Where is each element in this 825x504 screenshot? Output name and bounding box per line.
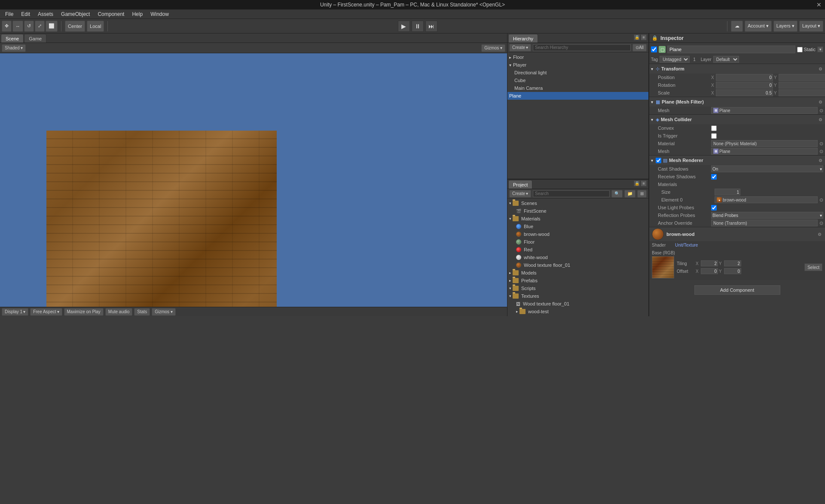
mesh-filter-settings[interactable]: ⚙ xyxy=(817,99,823,105)
center-toggle[interactable]: Center xyxy=(65,21,85,32)
collider-mesh-select-icon[interactable]: ⊙ xyxy=(819,149,823,154)
mesh-renderer-settings[interactable]: ⚙ xyxy=(817,157,823,163)
element-0-select[interactable]: ⊙ xyxy=(819,197,823,203)
project-item-floor-mat[interactable]: Floor xyxy=(507,238,648,246)
hierarchy-search[interactable] xyxy=(533,44,631,51)
shaded-dropdown[interactable]: Shaded ▾ xyxy=(2,44,26,52)
project-item-models-folder[interactable]: ▸ Models xyxy=(507,269,648,277)
project-item-first-scene[interactable]: 🎬 FirstScene xyxy=(507,207,648,215)
convex-check[interactable] xyxy=(711,125,717,131)
project-item-white-wood[interactable]: white-wood xyxy=(507,254,648,261)
menu-gameobject[interactable]: GameObject xyxy=(58,10,93,18)
display-dropdown[interactable]: Display 1 ▾ xyxy=(2,308,28,316)
mesh-filter-header[interactable]: ▦ Plane (Mesh Filter) ⚙ xyxy=(649,97,825,107)
hierarchy-item-plane[interactable]: Plane xyxy=(507,92,648,100)
tab-scene[interactable]: Scene xyxy=(1,34,24,43)
cloud-button[interactable]: ☁ xyxy=(731,21,743,32)
transform-header[interactable]: ⊹ Transform ⚙ xyxy=(649,64,825,73)
texture-thumbnail[interactable] xyxy=(652,256,674,278)
project-size-btn[interactable]: ⊞ xyxy=(637,190,647,198)
hierarchy-item-cube[interactable]: Cube xyxy=(507,76,648,84)
add-component-btn[interactable]: Add Component xyxy=(694,285,780,295)
account-dropdown[interactable]: Account ▾ xyxy=(745,21,772,32)
project-folder-btn[interactable]: 📁 xyxy=(624,190,636,198)
rotate-tool[interactable]: ↺ xyxy=(24,21,34,32)
mesh-collider-settings[interactable]: ⚙ xyxy=(817,116,823,122)
menu-assets[interactable]: Assets xyxy=(34,10,57,18)
mesh-renderer-header[interactable]: ▤ Mesh Renderer ⚙ xyxy=(649,156,825,165)
mesh-renderer-enable[interactable] xyxy=(656,158,661,163)
materials-size-input[interactable]: 1 xyxy=(715,189,740,195)
mesh-collider-header[interactable]: ◈ Mesh Collider ⚙ xyxy=(649,115,825,124)
scene-viewport[interactable] xyxy=(0,53,507,307)
receive-shadows-check[interactable] xyxy=(711,174,717,180)
rect-tool[interactable]: ⬜ xyxy=(46,21,58,32)
use-light-probes-check[interactable] xyxy=(711,205,717,211)
project-item-brown-wood[interactable]: brown-wood xyxy=(507,230,648,238)
hand-tool[interactable]: ✥ xyxy=(2,21,12,32)
is-trigger-check[interactable] xyxy=(711,133,717,139)
project-item-wood-texture-mat[interactable]: Wood texture floor_01 xyxy=(507,261,648,269)
hierarchy-item-floor[interactable]: Floor xyxy=(507,53,648,61)
maximize-toggle[interactable]: Maximize on Play xyxy=(64,308,104,316)
project-item-scripts-folder[interactable]: ▾ Scripts xyxy=(507,284,648,292)
project-tab[interactable]: Project xyxy=(508,180,532,189)
project-lock-btn[interactable]: 🔒 xyxy=(634,180,640,186)
hierarchy-all-btn[interactable]: ⊙All xyxy=(632,44,647,52)
rotation-x-input[interactable]: 0 xyxy=(716,82,773,89)
object-enable-check[interactable] xyxy=(651,46,657,52)
project-menu-btn[interactable]: ≡ xyxy=(641,180,647,186)
play-button[interactable]: ▶ xyxy=(398,21,410,32)
stats-button[interactable]: Stats xyxy=(134,308,150,316)
offset-y-input[interactable]: 0 xyxy=(724,268,741,274)
project-item-materials-folder[interactable]: ▾ Materials xyxy=(507,215,648,223)
menu-window[interactable]: Window xyxy=(147,10,172,18)
menu-component[interactable]: Component xyxy=(94,10,128,18)
project-item-blue[interactable]: Blue xyxy=(507,223,648,230)
tiling-x-input[interactable]: 2 xyxy=(701,260,718,266)
project-item-scenes-folder[interactable]: ▾ Scenes xyxy=(507,199,648,207)
hierarchy-menu-btn[interactable]: ≡ xyxy=(641,34,647,40)
project-item-prefabs-folder[interactable]: ▸ Prefabs xyxy=(507,277,648,284)
project-search-btn[interactable]: 🔍 xyxy=(611,190,623,198)
hierarchy-item-directional-light[interactable]: Directional light xyxy=(507,69,648,76)
hierarchy-item-player[interactable]: Player xyxy=(507,61,648,69)
step-button[interactable]: ⏭ xyxy=(425,21,437,32)
hierarchy-tab[interactable]: Hierarchy xyxy=(508,34,538,43)
menu-edit[interactable]: Edit xyxy=(18,10,34,18)
tab-game[interactable]: Game xyxy=(24,34,46,43)
menu-help[interactable]: Help xyxy=(128,10,146,18)
static-dropdown-btn[interactable]: ▾ xyxy=(817,46,823,52)
object-name-input[interactable]: Plane xyxy=(667,46,795,53)
hierarchy-create-btn[interactable]: Create ▾ xyxy=(509,44,531,52)
rotation-y-input[interactable]: 0 xyxy=(779,82,825,89)
tag-dropdown[interactable]: Untagged xyxy=(660,56,690,63)
material-settings[interactable]: ⚙ xyxy=(816,231,822,237)
inspector-lock-icon[interactable]: 🔒 xyxy=(652,35,658,41)
menu-file[interactable]: File xyxy=(2,10,17,18)
mute-toggle[interactable]: Mute audio xyxy=(105,308,132,316)
hierarchy-item-main-camera[interactable]: Main Camera xyxy=(507,84,648,92)
project-search[interactable] xyxy=(533,190,610,197)
move-tool[interactable]: ↔ xyxy=(12,21,23,32)
texture-select-btn[interactable]: Select xyxy=(804,263,822,271)
pause-button[interactable]: ⏸ xyxy=(412,21,424,32)
project-item-red[interactable]: Red xyxy=(507,246,648,254)
reflection-probes-dropdown[interactable]: Blend Probes ▾ xyxy=(711,212,823,219)
hierarchy-lock-btn[interactable]: 🔒 xyxy=(634,34,640,40)
aspect-dropdown[interactable]: Free Aspect ▾ xyxy=(30,308,62,316)
offset-x-input[interactable]: 0 xyxy=(701,268,718,274)
scale-y-input[interactable]: 1 xyxy=(779,89,825,96)
scale-x-input[interactable]: 0.5 xyxy=(716,89,773,96)
project-item-wood-test[interactable]: ▸ wood-test xyxy=(507,308,648,315)
project-item-textures-folder[interactable]: ▾ Textures xyxy=(507,292,648,300)
transform-settings-icon[interactable]: ⚙ xyxy=(817,66,823,72)
layers-dropdown[interactable]: Layers ▾ xyxy=(773,21,798,32)
game-gizmos-btn[interactable]: Gizmos ▾ xyxy=(152,308,176,316)
project-create-btn[interactable]: Create ▾ xyxy=(509,190,531,198)
local-toggle[interactable]: Local xyxy=(87,21,104,32)
static-check[interactable] xyxy=(797,47,803,52)
mesh-select-icon[interactable]: ⊙ xyxy=(819,108,823,113)
layer-dropdown[interactable]: Default xyxy=(713,56,739,63)
position-y-input[interactable]: 7 xyxy=(779,74,825,81)
